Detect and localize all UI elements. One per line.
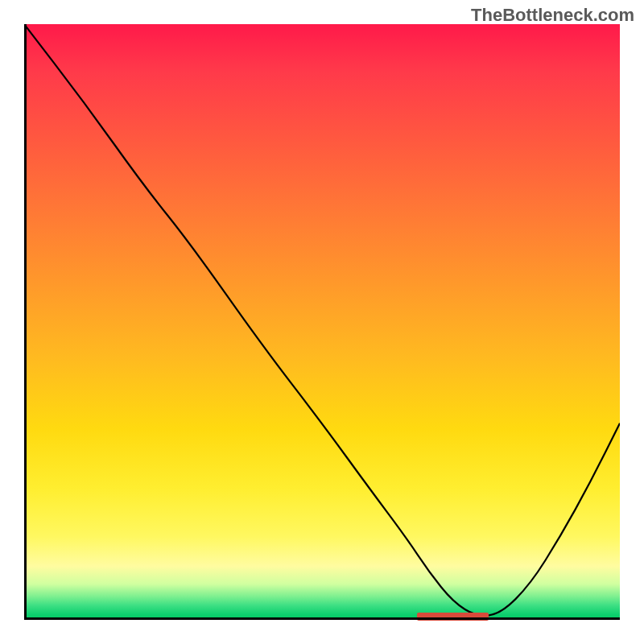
chart-area xyxy=(24,24,620,620)
curve-svg xyxy=(24,24,620,620)
watermark-text: TheBottleneck.com xyxy=(471,5,634,26)
optimal-range-marker xyxy=(417,613,489,621)
bottleneck-curve xyxy=(24,24,620,616)
